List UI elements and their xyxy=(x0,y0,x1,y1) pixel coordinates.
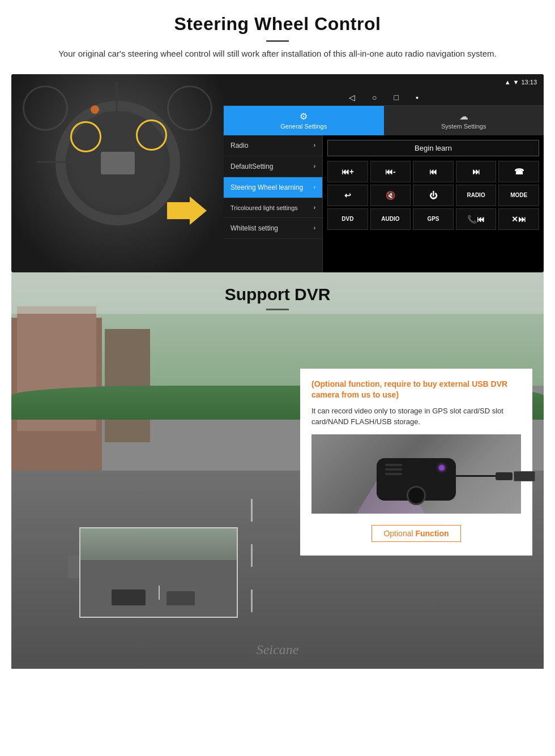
svg-marker-0 xyxy=(167,197,207,225)
ctrl-btn-audio[interactable]: AUDIO xyxy=(370,208,411,230)
menu-area: Radio › DefaultSetting › Steering Wheel … xyxy=(224,135,544,272)
dvr-optional-text: (Optional function, require to buy exter… xyxy=(311,379,521,401)
home-icon[interactable]: ○ xyxy=(372,93,377,102)
ctrl-btn-vol-up[interactable]: ⏮+ xyxy=(327,161,368,182)
dvr-camera-body xyxy=(377,458,456,501)
menu-list: Radio › DefaultSetting › Steering Wheel … xyxy=(224,135,323,272)
ctrl-btn-next[interactable]: ⏭ xyxy=(456,161,497,182)
nav-bar: ◁ ○ □ ▪ xyxy=(224,90,544,106)
statusbar: ▲ ▼ 13:13 xyxy=(224,74,544,90)
steering-container: ▲ ▼ 13:13 ◁ ○ □ ▪ ⚙ General Settings ☁ S… xyxy=(11,74,544,272)
dvr-info-box: (Optional function, require to buy exter… xyxy=(300,369,532,556)
content-area: Begin learn ⏮+ ⏮- ⏮ ⏭ ☎ ↩ 🔇 ⏻ xyxy=(323,135,544,272)
dvr-preview-box xyxy=(79,527,238,618)
optional-function-badge[interactable]: Optional Function xyxy=(372,525,460,542)
system-settings-icon: ☁ xyxy=(459,111,468,122)
tab-system-label: System Settings xyxy=(441,123,486,130)
dvr-section: Support DVR (Optional function, require … xyxy=(11,272,544,669)
android-panel: ▲ ▼ 13:13 ◁ ○ □ ▪ ⚙ General Settings ☁ S… xyxy=(224,74,544,272)
signal-icon: ▲ xyxy=(505,79,511,86)
back-icon[interactable]: ◁ xyxy=(349,93,355,102)
menu-arrow-icon5: › xyxy=(314,225,315,231)
menu-arrow-icon2: › xyxy=(314,163,315,169)
optional-word: Optional xyxy=(383,529,413,538)
ctrl-btn-radio[interactable]: RADIO xyxy=(456,185,497,206)
function-word: Function xyxy=(415,529,449,538)
ctrl-btn-mute[interactable]: 🔇 xyxy=(370,185,411,206)
ctrl-row-2: ↩ 🔇 ⏻ RADIO MODE xyxy=(327,185,539,206)
tabs-row: ⚙ General Settings ☁ System Settings xyxy=(224,106,544,135)
ctrl-row-3: DVD AUDIO GPS 📞⏮ ✕⏭ xyxy=(327,208,539,230)
menu-whitelist-label: Whitelist setting xyxy=(230,224,278,232)
menu-item-tricolour[interactable]: Tricoloured light settings › xyxy=(224,198,322,218)
steering-photo xyxy=(11,74,224,272)
menu-radio-label: Radio xyxy=(230,142,248,150)
wifi-icon: ▼ xyxy=(513,79,519,86)
ctrl-btn-back[interactable]: ↩ xyxy=(327,185,368,206)
menu-item-radio[interactable]: Radio › xyxy=(224,135,322,156)
seicane-watermark: Seicane xyxy=(257,642,299,657)
section1-header: Steering Wheel Control Your original car… xyxy=(0,0,555,74)
menu-arrow-icon3: › xyxy=(314,184,315,190)
dvr-preview-inner xyxy=(80,528,237,617)
dvr-title: Support DVR xyxy=(11,285,544,304)
title-divider xyxy=(266,40,289,42)
begin-learn-button[interactable]: Begin learn xyxy=(327,140,539,156)
section1-title: Steering Wheel Control xyxy=(23,14,532,35)
ctrl-btn-dvd[interactable]: DVD xyxy=(327,208,368,230)
ctrl-btn-vol-down[interactable]: ⏮- xyxy=(370,161,411,182)
ctrl-btn-phone[interactable]: ☎ xyxy=(498,161,539,182)
general-settings-icon: ⚙ xyxy=(300,111,308,122)
menu-arrow-icon: › xyxy=(314,142,315,148)
menu-item-default[interactable]: DefaultSetting › xyxy=(224,156,322,177)
dvr-camera-area xyxy=(311,434,521,514)
ctrl-btn-mode[interactable]: MODE xyxy=(498,185,539,206)
begin-learn-row: Begin learn xyxy=(327,140,539,156)
steering-wheel-visual xyxy=(56,101,180,225)
ctrl-btn-gps[interactable]: GPS xyxy=(413,208,454,230)
tab-general-label: General Settings xyxy=(280,123,327,130)
control-grid: ⏮+ ⏮- ⏮ ⏭ ☎ ↩ 🔇 ⏻ RADIO MODE xyxy=(327,161,539,230)
recent-icon[interactable]: □ xyxy=(394,93,399,102)
ctrl-btn-prev[interactable]: ⏮ xyxy=(413,161,454,182)
menu-default-label: DefaultSetting xyxy=(230,163,273,170)
ctrl-btn-call-prev[interactable]: 📞⏮ xyxy=(456,208,497,230)
dvr-title-divider xyxy=(266,309,289,310)
menu-steering-label: Steering Wheel learning xyxy=(230,183,303,191)
ctrl-row-1: ⏮+ ⏮- ⏮ ⏭ ☎ xyxy=(327,161,539,182)
ctrl-btn-end-next[interactable]: ✕⏭ xyxy=(498,208,539,230)
menu-item-steering[interactable]: Steering Wheel learning › xyxy=(224,177,322,198)
status-time: 13:13 xyxy=(521,79,537,86)
section1-subtitle: Your original car's steering wheel contr… xyxy=(45,48,510,61)
menu-arrow-icon4: › xyxy=(314,204,315,211)
yellow-arrow xyxy=(167,197,207,227)
dvr-desc-text: It can record video only to storage in G… xyxy=(311,405,521,428)
menu-icon[interactable]: ▪ xyxy=(416,93,419,102)
menu-item-whitelist[interactable]: Whitelist setting › xyxy=(224,218,322,239)
tab-general-settings[interactable]: ⚙ General Settings xyxy=(224,106,384,135)
ctrl-btn-power[interactable]: ⏻ xyxy=(413,185,454,206)
tab-system-settings[interactable]: ☁ System Settings xyxy=(384,106,544,135)
menu-tricolour-label: Tricoloured light settings xyxy=(230,204,298,211)
dvr-title-wrap: Support DVR xyxy=(11,272,544,314)
